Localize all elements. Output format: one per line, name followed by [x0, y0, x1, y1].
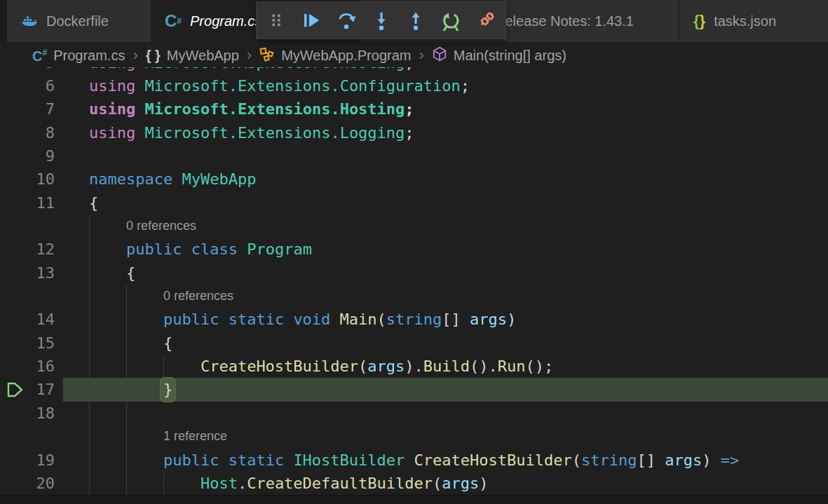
- code-token: CreateDefaultBuilder: [247, 472, 433, 495]
- editor-gutter[interactable]: 20: [0, 472, 63, 495]
- editor-gutter[interactable]: 15: [0, 332, 63, 355]
- codelens-references[interactable]: 0 references: [126, 214, 196, 238]
- breadcrumb-separator: ›: [133, 46, 137, 64]
- editor-gutter[interactable]: 5: [0, 67, 63, 74]
- editor-gutter[interactable]: 6: [0, 74, 63, 97]
- editor-gutter[interactable]: 13: [0, 261, 63, 285]
- breadcrumb-separator: ›: [247, 46, 252, 64]
- editor-gutter[interactable]: 7: [0, 97, 63, 121]
- codelens-references[interactable]: 1 reference: [163, 425, 227, 448]
- code-line-content[interactable]: using Microsoft.Extensions.Hosting;: [63, 97, 828, 121]
- code-editor[interactable]: 5using Microsoft.AspNetCore.Hosting;6usi…: [0, 67, 828, 496]
- debug-disconnect-button[interactable]: [472, 6, 500, 34]
- debug-restart-button[interactable]: [437, 6, 465, 34]
- indent-guide: [126, 285, 163, 308]
- code-line-content[interactable]: 0 references: [63, 214, 828, 238]
- breadcrumb-item-class[interactable]: MyWebApp.Program: [259, 46, 411, 65]
- code-line: 9: [0, 144, 828, 168]
- indent-guide: [89, 214, 126, 238]
- code-token: args: [367, 355, 405, 378]
- code-token: args: [470, 308, 507, 331]
- debug-step-into-button[interactable]: [367, 6, 395, 34]
- code-token: string: [386, 308, 442, 331]
- code-line-content[interactable]: using Microsoft.AspNetCore.Hosting;: [63, 67, 414, 74]
- code-token: static: [229, 449, 294, 472]
- code-line: 17}: [0, 378, 828, 401]
- indent-guide: [89, 332, 126, 355]
- debug-step-out-button[interactable]: [402, 6, 430, 34]
- breadcrumb-item-method[interactable]: Main(string[] args): [432, 46, 566, 65]
- breadcrumb-item-namespace[interactable]: { } MyWebApp: [146, 48, 239, 64]
- codelens-line: 0 references: [0, 214, 828, 238]
- code-line-content[interactable]: namespace MyWebApp: [63, 168, 828, 191]
- code-token: Build: [423, 355, 470, 378]
- tab-label: Dockerfile: [46, 13, 109, 29]
- indent-guide: [126, 308, 163, 331]
- code-token: Microsoft.Extensions.Logging: [144, 121, 405, 144]
- code-token: public: [163, 308, 229, 331]
- docker-whale-icon: [21, 13, 38, 29]
- editor-gutter[interactable]: 19: [0, 449, 63, 472]
- code-line-content[interactable]: [63, 144, 828, 168]
- indent-guide: [89, 378, 126, 401]
- editor-gutter[interactable]: [0, 285, 63, 308]
- editor-gutter[interactable]: 9: [0, 144, 63, 168]
- code-token: ): [479, 472, 488, 495]
- code-line: 14public static void Main(string[] args): [0, 308, 828, 331]
- code-line: 7using Microsoft.Extensions.Hosting;: [0, 97, 828, 121]
- code-line-content[interactable]: public static IHostBuilder CreateHostBui…: [63, 449, 828, 472]
- editor-gutter[interactable]: 8: [0, 121, 63, 144]
- editor-gutter[interactable]: 10: [0, 168, 63, 191]
- code-token: Host: [201, 472, 238, 495]
- debug-toolbar-drag-handle[interactable]: [262, 6, 290, 34]
- code-line: 5using Microsoft.AspNetCore.Hosting;: [0, 67, 828, 74]
- indent-guide: [89, 238, 126, 261]
- editor-gutter[interactable]: 18: [0, 402, 63, 425]
- breadcrumb-label: MyWebApp.Program: [281, 48, 411, 64]
- code-token: public: [163, 449, 229, 472]
- editor-gutter[interactable]: 11: [0, 191, 63, 214]
- code-line-content[interactable]: 0 references: [63, 285, 828, 308]
- editor-gutter[interactable]: 17: [0, 378, 63, 401]
- editor-gutter[interactable]: [0, 214, 63, 238]
- code-token: []: [442, 308, 470, 331]
- code-line-content[interactable]: public class Program: [63, 238, 828, 261]
- editor-gutter[interactable]: 16: [0, 355, 63, 378]
- code-token: {: [126, 261, 135, 285]
- method-icon: [432, 46, 447, 65]
- code-token: args: [665, 449, 702, 472]
- code-line-content[interactable]: Host.CreateDefaultBuilder(args): [63, 472, 828, 495]
- indent-guide: [89, 402, 126, 425]
- code-token: ).: [405, 355, 423, 378]
- editor-gutter[interactable]: 12: [0, 238, 63, 261]
- code-line-content[interactable]: [63, 402, 828, 425]
- code-line-content[interactable]: using Microsoft.Extensions.Logging;: [63, 121, 828, 144]
- tab-dockerfile[interactable]: Dockerfile: [7, 0, 151, 42]
- code-line-content[interactable]: public static void Main(string[] args): [63, 308, 828, 331]
- editor-gutter[interactable]: 14: [0, 308, 63, 331]
- code-line: 6using Microsoft.Extensions.Configuratio…: [0, 74, 828, 97]
- code-line: 15{: [0, 332, 828, 355]
- code-line-content[interactable]: }: [63, 378, 828, 401]
- code-line-content[interactable]: {: [63, 261, 828, 285]
- code-token: ;: [461, 74, 470, 97]
- tab-tasks-json[interactable]: {} tasks.json: [679, 0, 828, 42]
- code-line-content[interactable]: {: [63, 332, 828, 355]
- breadcrumb-item-file[interactable]: C# Program.cs: [32, 48, 125, 64]
- codelens-references[interactable]: 0 references: [163, 285, 233, 308]
- code-token: (: [433, 472, 442, 495]
- code-token: ();: [526, 355, 554, 378]
- code-line-content[interactable]: using Microsoft.Extensions.Configuration…: [63, 74, 828, 97]
- editor-gutter[interactable]: [0, 425, 63, 448]
- indent-guide: [89, 355, 126, 378]
- code-line-content[interactable]: 1 reference: [63, 425, 828, 448]
- code-line: 10namespace MyWebApp: [0, 168, 828, 191]
- debug-continue-button[interactable]: [297, 6, 325, 34]
- csharp-file-icon: C#: [32, 48, 47, 63]
- code-token: ): [507, 308, 516, 331]
- debug-step-over-button[interactable]: [332, 6, 360, 34]
- code-line-content[interactable]: {: [63, 191, 828, 214]
- codelens-line: 1 reference: [0, 425, 828, 448]
- code-line-content[interactable]: CreateHostBuilder(args).Build().Run();: [63, 355, 828, 378]
- debug-toolbar: [256, 1, 506, 39]
